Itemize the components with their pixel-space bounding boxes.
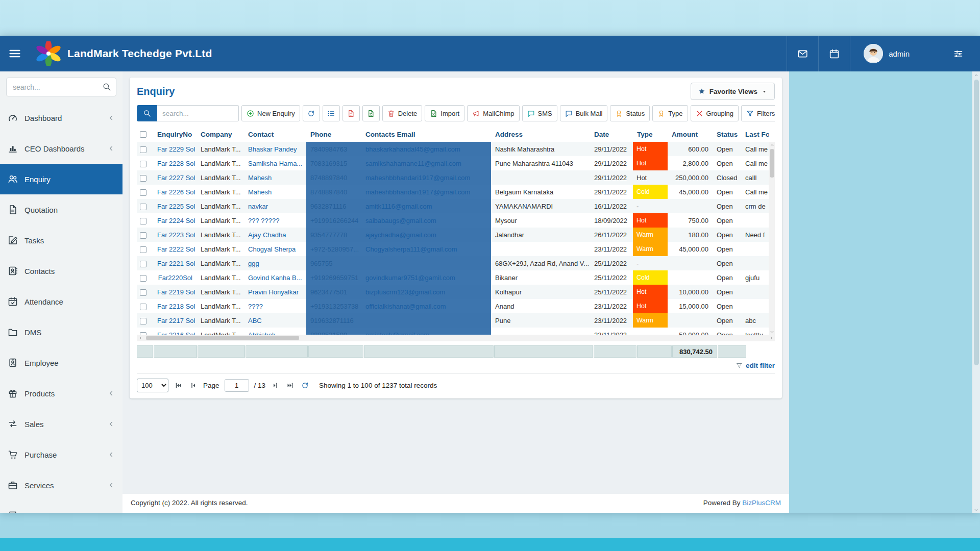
column-header-no[interactable]: EnquiryNo: [153, 127, 197, 142]
cell-no[interactable]: Far 2227 Sol: [153, 170, 197, 185]
last-page-button[interactable]: [285, 381, 295, 390]
refresh-button[interactable]: [303, 105, 320, 121]
column-header-phone[interactable]: Phone: [306, 127, 361, 142]
cell-no[interactable]: Far 2223 Sol: [153, 228, 197, 242]
cell-no[interactable]: Far 2216 Sol: [153, 328, 197, 335]
window-scroll-thumb[interactable]: [974, 80, 979, 365]
sidebar-search-input[interactable]: [6, 78, 116, 96]
sidebar-item-dashboard[interactable]: Dashboard: [0, 103, 122, 133]
user-menu[interactable]: admin: [850, 36, 923, 71]
grouping-button[interactable]: Grouping: [691, 105, 739, 121]
row-checkbox[interactable]: [140, 204, 146, 210]
row-checkbox[interactable]: [140, 304, 146, 310]
sidebar-item-sales[interactable]: Sales: [0, 409, 122, 439]
pager-refresh-button[interactable]: [300, 381, 310, 390]
first-page-button[interactable]: [174, 381, 183, 390]
row-checkbox[interactable]: [140, 175, 146, 182]
horizontal-scroll-thumb[interactable]: [146, 336, 299, 340]
column-header-address[interactable]: Address: [491, 127, 590, 142]
favorite-views-button[interactable]: Favorite Views: [691, 83, 775, 100]
cell-contact[interactable]: Bhaskar Pandey: [244, 142, 306, 156]
cell-contact[interactable]: Abhishek: [244, 328, 306, 335]
calendar-button[interactable]: [818, 36, 850, 71]
row-checkbox[interactable]: [140, 232, 146, 239]
column-header-date[interactable]: Date: [590, 127, 633, 142]
column-header-status[interactable]: Status: [713, 127, 741, 142]
sidebar-item-attendance[interactable]: Attendance: [0, 286, 122, 317]
cell-no[interactable]: Far2220Sol: [153, 270, 197, 285]
export-excel-button[interactable]: [362, 105, 380, 121]
cell-contact[interactable]: Pravin Honyalkar: [244, 285, 306, 299]
mail-button[interactable]: [787, 36, 818, 71]
status-button[interactable]: Status: [610, 105, 650, 121]
scroll-up-arrow[interactable]: [769, 142, 775, 148]
sidebar-item-accounting[interactable]: Accounting: [0, 500, 122, 513]
cell-contact[interactable]: Govind Kanha B...: [244, 270, 306, 285]
column-header-email[interactable]: Contacts Email: [361, 127, 491, 142]
column-header-contact[interactable]: Contact: [244, 127, 306, 142]
vertical-scroll-thumb[interactable]: [770, 149, 774, 178]
cell-contact[interactable]: ????: [244, 299, 306, 313]
select-all-checkbox[interactable]: [140, 131, 146, 138]
next-page-button[interactable]: [271, 381, 280, 390]
cell-no[interactable]: Far 2225 Sol: [153, 199, 197, 213]
scroll-right-arrow[interactable]: [768, 335, 775, 341]
scroll-down-arrow[interactable]: [769, 329, 775, 335]
delete-button[interactable]: Delete: [382, 105, 423, 121]
cell-no[interactable]: Far 2217 Sol: [153, 313, 197, 328]
row-checkbox[interactable]: [140, 218, 146, 224]
bulk-mail-button[interactable]: Bulk Mail: [560, 105, 608, 121]
sidebar-item-dms[interactable]: DMS: [0, 317, 122, 347]
sidebar-item-services[interactable]: Services: [0, 470, 122, 500]
cell-contact[interactable]: Mahesh: [244, 170, 306, 185]
export-pdf-button[interactable]: [342, 105, 360, 121]
sidebar-item-quotation[interactable]: Quotation: [0, 194, 122, 225]
row-checkbox[interactable]: [140, 161, 146, 167]
cell-contact[interactable]: ??? ?????: [244, 213, 306, 228]
cell-no[interactable]: Far 2219 Sol: [153, 285, 197, 299]
table-search-button[interactable]: [137, 105, 157, 121]
cell-contact[interactable]: Samiksha Hama...: [244, 156, 306, 170]
window-scrollbar[interactable]: [972, 71, 980, 513]
sidebar-item-contacts[interactable]: Contacts: [0, 256, 122, 286]
page-size-select[interactable]: 100: [137, 379, 168, 392]
filters-button[interactable]: Filters: [741, 105, 775, 121]
cell-contact[interactable]: Chogyal Sherpa: [244, 242, 306, 256]
column-header-type[interactable]: Type: [633, 127, 668, 142]
import-button[interactable]: Import: [425, 105, 464, 121]
column-header-company[interactable]: Company: [197, 127, 244, 142]
sms-button[interactable]: SMS: [522, 105, 557, 121]
cell-no[interactable]: Far 2221 Sol: [153, 256, 197, 270]
scroll-up-arrow[interactable]: [972, 71, 980, 79]
table-search-input[interactable]: [157, 105, 239, 121]
sidebar-item-enquiry[interactable]: Enquiry: [0, 164, 122, 194]
cell-contact[interactable]: ggg: [244, 256, 306, 270]
edit-filter-link[interactable]: edit filter: [746, 362, 775, 369]
menu-toggle-button[interactable]: [0, 36, 30, 71]
row-checkbox[interactable]: [140, 289, 146, 296]
settings-button[interactable]: [942, 48, 974, 60]
table-horizontal-scrollbar[interactable]: [137, 335, 775, 341]
sidebar-item-tasks[interactable]: Tasks: [0, 225, 122, 256]
row-checkbox[interactable]: [140, 246, 146, 253]
table-vertical-scrollbar[interactable]: [769, 142, 775, 335]
search-icon[interactable]: [102, 82, 111, 91]
sidebar-item-ceo-dashboards[interactable]: CEO Dashboards: [0, 133, 122, 164]
cell-contact[interactable]: Ajay Chadha: [244, 228, 306, 242]
row-checkbox[interactable]: [140, 318, 146, 324]
sidebar-item-employee[interactable]: Employee: [0, 347, 122, 378]
cell-no[interactable]: Far 2224 Sol: [153, 213, 197, 228]
page-number-input[interactable]: [225, 379, 249, 392]
list-view-button[interactable]: [323, 105, 340, 121]
cell-no[interactable]: Far 2228 Sol: [153, 156, 197, 170]
cell-contact[interactable]: ABC: [244, 313, 306, 328]
row-checkbox[interactable]: [140, 146, 146, 153]
scroll-down-arrow[interactable]: [972, 506, 980, 513]
row-checkbox[interactable]: [140, 261, 146, 267]
sidebar-item-purchase[interactable]: Purchase: [0, 439, 122, 470]
cell-no[interactable]: Far 2218 Sol: [153, 299, 197, 313]
row-checkbox[interactable]: [140, 189, 146, 196]
cell-no[interactable]: Far 2229 Sol: [153, 142, 197, 156]
cell-contact[interactable]: navkar: [244, 199, 306, 213]
new-enquiry-button[interactable]: New Enquiry: [241, 105, 300, 121]
